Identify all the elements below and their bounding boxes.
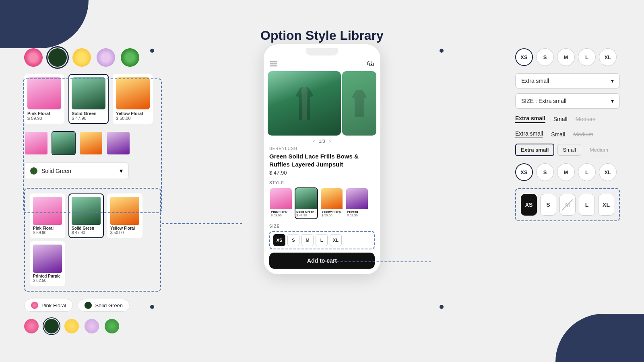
product-title: Green Solid Lace Frills Bows & Ruffles L… bbox=[264, 151, 380, 169]
dropdown-value: Solid Green bbox=[41, 168, 71, 174]
phone-style-green[interactable]: Solid Green $ 47.90 bbox=[295, 187, 318, 219]
product-card-green[interactable]: Solid Green $ 47.90 bbox=[68, 74, 109, 124]
product-image-main bbox=[268, 71, 341, 136]
product-price: $ 47.90 bbox=[264, 169, 380, 179]
size-circle-m-2[interactable]: M bbox=[557, 163, 575, 181]
size-circle-s-2[interactable]: S bbox=[536, 163, 554, 181]
chip-dot-green bbox=[85, 302, 92, 309]
phone-style-pink-price: $ 59.90 bbox=[270, 214, 292, 218]
phone-mockup: 🛍 ‹ 1/3 bbox=[264, 44, 380, 274]
text-size-row-2: Extra small Small Medium bbox=[515, 129, 620, 140]
product-card-green-price: $ 47.90 bbox=[72, 116, 105, 121]
size-circle-l-2[interactable]: L bbox=[578, 163, 596, 181]
text-size-s-1[interactable]: Small bbox=[553, 116, 568, 122]
product-image-side bbox=[342, 71, 376, 136]
size-circle-xs-1[interactable]: XS bbox=[515, 48, 533, 66]
phone-style-pink-name: Pink Floral bbox=[270, 209, 292, 214]
corner-decoration-tl bbox=[0, 0, 89, 48]
next-arrow[interactable]: › bbox=[329, 138, 331, 144]
product-card-yellow[interactable]: Yellow Floral $ 50.00 bbox=[113, 74, 153, 124]
size-circles-row-1: XS S M L XL bbox=[515, 48, 620, 66]
large-size-s[interactable]: S bbox=[540, 194, 556, 216]
phone-style-green-name: Solid Green bbox=[295, 209, 317, 214]
bordered-xs[interactable]: Extra small bbox=[515, 144, 554, 156]
bottom-dot-yellow[interactable] bbox=[64, 319, 79, 333]
color-dot-green-selected[interactable] bbox=[48, 48, 67, 67]
size-dropdown-2[interactable]: SIZE : Extra small ▾ bbox=[515, 93, 620, 109]
bordered-size-row: Extra small Small Medium bbox=[515, 144, 620, 156]
size-dropdown-1[interactable]: Extra small ▾ bbox=[515, 73, 620, 88]
style-option-purple[interactable]: Printed Purple $ 62.50 bbox=[30, 241, 65, 286]
cart-icon[interactable]: 🛍 bbox=[367, 60, 374, 68]
large-size-xl[interactable]: XL bbox=[598, 194, 614, 216]
size-circle-m-1[interactable]: M bbox=[557, 48, 575, 66]
style-option-green-price: $ 47.90 bbox=[72, 230, 101, 235]
size-section-label: SIZE bbox=[264, 222, 380, 231]
size-btn-xl[interactable]: XL bbox=[330, 234, 342, 246]
phone-style-yellow-price: $ 50.00 bbox=[321, 214, 343, 218]
chip-dot-pink bbox=[31, 302, 38, 309]
bordered-s[interactable]: Small bbox=[557, 144, 581, 156]
bottom-dot-green[interactable] bbox=[44, 319, 59, 333]
color-dots-row bbox=[24, 48, 161, 67]
left-panel: Pink Floral $ 59.90 Solid Green $ 47.90 … bbox=[24, 48, 161, 333]
large-size-l[interactable]: L bbox=[579, 194, 595, 216]
chip-solid-green[interactable]: Solid Green bbox=[78, 299, 130, 312]
thumb-pink[interactable] bbox=[24, 131, 48, 155]
style-option-yellow[interactable]: Yellow Floral $ 50.00 bbox=[107, 193, 142, 238]
phone-style-row: Pink Floral $ 59.90 Solid Green $ 47.90 … bbox=[264, 187, 380, 222]
phone-style-yellow[interactable]: Yellow Floral $ 50.00 bbox=[320, 187, 343, 219]
pagination-text: 1/3 bbox=[319, 139, 325, 144]
size-circle-l-1[interactable]: L bbox=[578, 48, 596, 66]
product-brand: BERRYLUSH bbox=[264, 146, 380, 151]
product-card-pink-price: $ 59.90 bbox=[27, 116, 61, 121]
style-option-pink[interactable]: Pink Floral $ 59.90 bbox=[30, 193, 65, 238]
size-btn-xs[interactable]: XS bbox=[273, 234, 285, 246]
size-circle-xl-2[interactable]: XL bbox=[599, 163, 617, 181]
color-dot-pink[interactable] bbox=[24, 48, 43, 67]
size-circle-s-1[interactable]: S bbox=[536, 48, 554, 66]
right-panel: XS S M L XL Extra small ▾ SIZE : Extra s… bbox=[515, 48, 620, 221]
bottom-dot-pink[interactable] bbox=[24, 319, 39, 333]
text-size-s-2[interactable]: Small bbox=[551, 131, 565, 138]
size-circle-xs-2[interactable]: XS bbox=[515, 163, 533, 181]
phone-style-printed[interactable]: Printed $ 62.50 bbox=[345, 187, 369, 219]
phone-mockup-container: 🛍 ‹ 1/3 bbox=[264, 44, 380, 274]
thumb-purple[interactable] bbox=[106, 131, 130, 155]
product-card-green-name: Solid Green bbox=[72, 111, 105, 116]
size-btn-m[interactable]: M bbox=[301, 234, 314, 246]
phone-style-green-price: $ 47.90 bbox=[295, 214, 317, 218]
thumb-yellow[interactable] bbox=[79, 131, 103, 155]
color-dot-green2[interactable] bbox=[121, 48, 139, 67]
style-dropdown[interactable]: Solid Green ▾ bbox=[24, 162, 129, 179]
product-card-pink[interactable]: Pink Floral $ 59.90 bbox=[24, 74, 64, 124]
hamburger-menu-icon[interactable] bbox=[270, 62, 277, 66]
text-size-row-1: Extra small Small Medium bbox=[515, 113, 620, 125]
bottom-dot-purple[interactable] bbox=[85, 319, 99, 333]
size-buttons-row: XS S M L XL bbox=[273, 234, 371, 246]
bottom-dots-row bbox=[24, 319, 161, 333]
style-option-green[interactable]: Solid Green $ 47.90 bbox=[68, 193, 104, 238]
right-dashed-box: XS S M L XL bbox=[515, 188, 620, 221]
product-images-row bbox=[268, 71, 376, 136]
phone-size-dashed-box: XS S M L XL bbox=[269, 231, 375, 249]
text-size-xs-2[interactable]: Extra small bbox=[515, 130, 543, 138]
phone-header: 🛍 bbox=[264, 56, 380, 71]
prev-arrow[interactable]: ‹ bbox=[313, 138, 315, 144]
size-btn-s[interactable]: S bbox=[287, 234, 299, 246]
add-to-cart-button[interactable]: Add to cart bbox=[269, 253, 375, 269]
color-dot-purple[interactable] bbox=[97, 48, 115, 67]
thumb-green[interactable] bbox=[52, 131, 76, 155]
text-size-xs-1[interactable]: Extra small bbox=[515, 115, 545, 123]
large-size-xs[interactable]: XS bbox=[521, 194, 537, 216]
bottom-dot-green2[interactable] bbox=[105, 319, 119, 333]
color-dot-yellow[interactable] bbox=[72, 48, 91, 67]
phone-style-pink[interactable]: Pink Floral $ 59.90 bbox=[269, 187, 293, 219]
size-btn-l[interactable]: L bbox=[316, 234, 328, 246]
size-dropdown-1-chevron: ▾ bbox=[611, 78, 614, 84]
chip-pills-row: Pink Floral Solid Green bbox=[24, 299, 161, 312]
chip-pink-floral[interactable]: Pink Floral bbox=[24, 299, 73, 312]
size-circles-row-2: XS S M L XL bbox=[515, 163, 620, 181]
style-option-yellow-price: $ 50.00 bbox=[110, 230, 139, 235]
size-circle-xl-1[interactable]: XL bbox=[599, 48, 617, 66]
